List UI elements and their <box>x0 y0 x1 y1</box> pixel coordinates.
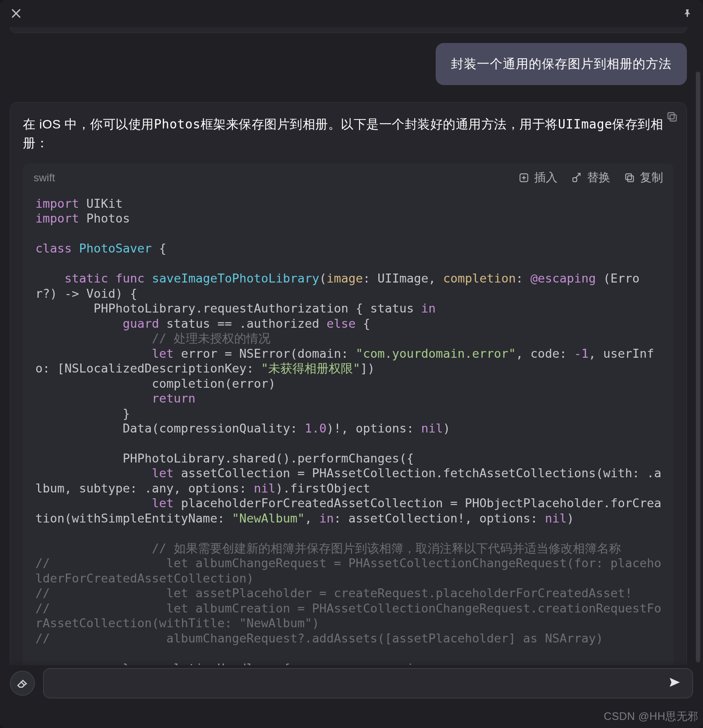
insert-label: 插入 <box>534 170 557 185</box>
copy-card-icon[interactable] <box>666 111 678 125</box>
code-lang-label: swift <box>34 171 55 184</box>
intro-mono-photos: Photos <box>154 117 201 132</box>
replace-label: 替换 <box>587 170 610 185</box>
intro-prefix: 在 iOS 中，你可以使用 <box>23 117 154 131</box>
close-icon[interactable] <box>10 7 22 20</box>
previous-message-edge <box>10 27 687 33</box>
conversation-scroll[interactable]: 封装一个通用的保存图片到相册的方法 在 iOS 中，你可以使用Photos框架来… <box>0 27 697 665</box>
message-input[interactable] <box>55 677 668 690</box>
code-block: swift 插入 替换 复制 <box>23 163 674 665</box>
scrollbar[interactable] <box>696 72 700 663</box>
copy-label: 复制 <box>640 170 663 185</box>
watermark: CSDN @HH思 无邪 <box>604 709 699 724</box>
assistant-text: 在 iOS 中，你可以使用Photos框架来保存图片到相册。以下是一个封装好的通… <box>10 115 686 163</box>
code-actions: 插入 替换 复制 <box>518 170 663 185</box>
chat-window: 封装一个通用的保存图片到相册的方法 在 iOS 中，你可以使用Photos框架来… <box>0 0 703 728</box>
assistant-message: 在 iOS 中，你可以使用Photos框架来保存图片到相册。以下是一个封装好的通… <box>10 102 687 665</box>
code-header: swift 插入 替换 复制 <box>23 163 674 192</box>
insert-button[interactable]: 插入 <box>518 170 557 185</box>
titlebar <box>0 0 703 27</box>
send-icon[interactable] <box>668 676 682 691</box>
message-input-bar[interactable] <box>43 668 693 698</box>
eraser-button[interactable] <box>10 671 35 696</box>
user-message: 封装一个通用的保存图片到相册的方法 <box>436 43 687 85</box>
svg-rect-0 <box>670 115 676 121</box>
svg-rect-3 <box>573 178 577 182</box>
copy-button[interactable]: 复制 <box>624 170 663 185</box>
code-content: import UIKit import Photos class PhotoSa… <box>23 192 674 665</box>
svg-rect-1 <box>668 113 674 119</box>
intro-mono-uiimage: UIImage <box>558 117 613 132</box>
pin-icon[interactable] <box>682 8 693 19</box>
input-footer <box>0 659 703 723</box>
svg-rect-4 <box>628 176 634 181</box>
svg-rect-5 <box>626 174 631 180</box>
intro-mid: 框架来保存图片到相册。以下是一个封装好的通用方法，用于将 <box>201 117 558 131</box>
user-message-row: 封装一个通用的保存图片到相册的方法 <box>0 38 697 93</box>
replace-button[interactable]: 替换 <box>571 170 610 185</box>
